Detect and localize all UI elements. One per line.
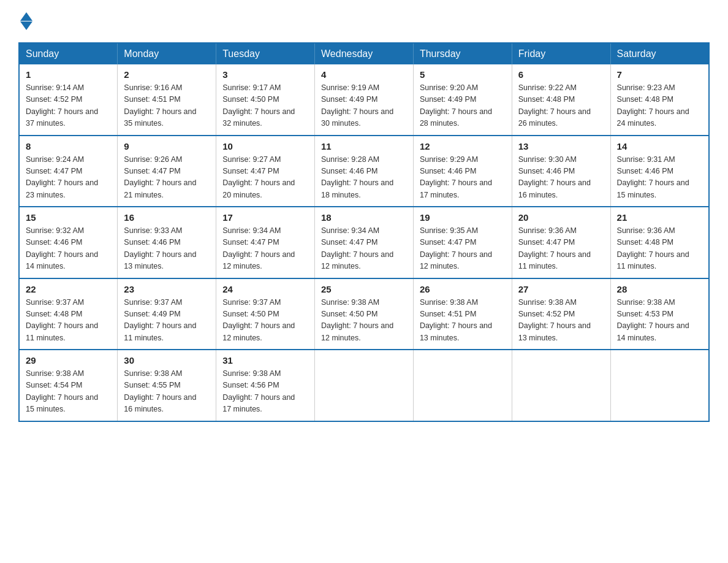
- day-number: 30: [124, 355, 210, 366]
- day-info: Sunrise: 9:16 AMSunset: 4:51 PMDaylight:…: [124, 82, 210, 130]
- day-number: 10: [222, 141, 308, 151]
- weekday-header-row: SundayMondayTuesdayWednesdayThursdayFrid…: [19, 43, 709, 64]
- day-number: 23: [124, 284, 210, 294]
- day-number: 4: [321, 69, 407, 80]
- day-info: Sunrise: 9:17 AMSunset: 4:50 PMDaylight:…: [222, 82, 308, 130]
- calendar-week-row: 1 Sunrise: 9:14 AMSunset: 4:52 PMDayligh…: [19, 64, 709, 136]
- calendar-cell: [315, 350, 414, 421]
- calendar-cell: 11 Sunrise: 9:28 AMSunset: 4:46 PMDaylig…: [315, 136, 414, 207]
- day-info: Sunrise: 9:38 AMSunset: 4:54 PMDaylight:…: [26, 368, 111, 416]
- logo: [18, 12, 32, 30]
- calendar-cell: 20 Sunrise: 9:36 AMSunset: 4:47 PMDaylig…: [512, 207, 610, 278]
- day-info: Sunrise: 9:28 AMSunset: 4:46 PMDaylight:…: [321, 154, 407, 202]
- calendar-cell: 16 Sunrise: 9:33 AMSunset: 4:46 PMDaylig…: [118, 207, 216, 278]
- day-number: 31: [222, 355, 308, 366]
- day-info: Sunrise: 9:37 AMSunset: 4:49 PMDaylight:…: [124, 297, 210, 345]
- day-number: 27: [518, 284, 604, 294]
- day-info: Sunrise: 9:34 AMSunset: 4:47 PMDaylight:…: [222, 225, 308, 273]
- day-info: Sunrise: 9:33 AMSunset: 4:46 PMDaylight:…: [124, 225, 210, 273]
- calendar-week-row: 22 Sunrise: 9:37 AMSunset: 4:48 PMDaylig…: [19, 278, 709, 350]
- day-info: Sunrise: 9:24 AMSunset: 4:47 PMDaylight:…: [26, 154, 111, 202]
- day-info: Sunrise: 9:31 AMSunset: 4:46 PMDaylight:…: [617, 154, 702, 202]
- day-number: 12: [420, 141, 506, 151]
- calendar-cell: 17 Sunrise: 9:34 AMSunset: 4:47 PMDaylig…: [216, 207, 315, 278]
- day-number: 26: [420, 284, 506, 294]
- day-info: Sunrise: 9:38 AMSunset: 4:50 PMDaylight:…: [321, 297, 407, 345]
- day-number: 21: [617, 212, 702, 223]
- day-info: Sunrise: 9:38 AMSunset: 4:51 PMDaylight:…: [420, 297, 506, 345]
- day-info: Sunrise: 9:27 AMSunset: 4:47 PMDaylight:…: [222, 154, 308, 202]
- day-number: 2: [124, 69, 210, 80]
- weekday-header-tuesday: Tuesday: [216, 43, 315, 64]
- day-info: Sunrise: 9:32 AMSunset: 4:46 PMDaylight:…: [26, 225, 111, 273]
- calendar-cell: 3 Sunrise: 9:17 AMSunset: 4:50 PMDayligh…: [216, 64, 315, 136]
- day-number: 19: [420, 212, 506, 223]
- day-number: 5: [420, 69, 506, 80]
- day-number: 29: [26, 355, 111, 366]
- calendar-cell: [512, 350, 610, 421]
- day-info: Sunrise: 9:36 AMSunset: 4:48 PMDaylight:…: [617, 225, 702, 273]
- weekday-header-thursday: Thursday: [413, 43, 512, 64]
- day-info: Sunrise: 9:23 AMSunset: 4:48 PMDaylight:…: [617, 82, 702, 130]
- day-info: Sunrise: 9:26 AMSunset: 4:47 PMDaylight:…: [124, 154, 210, 202]
- calendar-cell: 1 Sunrise: 9:14 AMSunset: 4:52 PMDayligh…: [19, 64, 118, 136]
- calendar-cell: 24 Sunrise: 9:37 AMSunset: 4:50 PMDaylig…: [216, 278, 315, 350]
- calendar-cell: 26 Sunrise: 9:38 AMSunset: 4:51 PMDaylig…: [413, 278, 512, 350]
- calendar-cell: 28 Sunrise: 9:38 AMSunset: 4:53 PMDaylig…: [610, 278, 709, 350]
- day-info: Sunrise: 9:36 AMSunset: 4:47 PMDaylight:…: [518, 225, 604, 273]
- calendar-week-row: 8 Sunrise: 9:24 AMSunset: 4:47 PMDayligh…: [19, 136, 709, 207]
- day-info: Sunrise: 9:38 AMSunset: 4:55 PMDaylight:…: [124, 368, 210, 416]
- calendar-cell: 7 Sunrise: 9:23 AMSunset: 4:48 PMDayligh…: [610, 64, 709, 136]
- calendar-cell: 2 Sunrise: 9:16 AMSunset: 4:51 PMDayligh…: [118, 64, 216, 136]
- calendar-cell: 23 Sunrise: 9:37 AMSunset: 4:49 PMDaylig…: [118, 278, 216, 350]
- day-number: 20: [518, 212, 604, 223]
- day-info: Sunrise: 9:22 AMSunset: 4:48 PMDaylight:…: [518, 82, 604, 130]
- calendar-cell: 31 Sunrise: 9:38 AMSunset: 4:56 PMDaylig…: [216, 350, 315, 421]
- day-info: Sunrise: 9:38 AMSunset: 4:53 PMDaylight:…: [617, 297, 702, 345]
- calendar-week-row: 29 Sunrise: 9:38 AMSunset: 4:54 PMDaylig…: [19, 350, 709, 421]
- day-number: 13: [518, 141, 604, 151]
- day-info: Sunrise: 9:35 AMSunset: 4:47 PMDaylight:…: [420, 225, 506, 273]
- day-number: 3: [222, 69, 308, 80]
- calendar-cell: 14 Sunrise: 9:31 AMSunset: 4:46 PMDaylig…: [610, 136, 709, 207]
- calendar-cell: 27 Sunrise: 9:38 AMSunset: 4:52 PMDaylig…: [512, 278, 610, 350]
- day-info: Sunrise: 9:37 AMSunset: 4:50 PMDaylight:…: [222, 297, 308, 345]
- calendar-table: SundayMondayTuesdayWednesdayThursdayFrid…: [18, 42, 710, 422]
- day-info: Sunrise: 9:29 AMSunset: 4:46 PMDaylight:…: [420, 154, 506, 202]
- weekday-header-wednesday: Wednesday: [315, 43, 414, 64]
- day-info: Sunrise: 9:38 AMSunset: 4:52 PMDaylight:…: [518, 297, 604, 345]
- weekday-header-monday: Monday: [118, 43, 216, 64]
- day-number: 16: [124, 212, 210, 223]
- day-number: 15: [26, 212, 111, 223]
- day-info: Sunrise: 9:37 AMSunset: 4:48 PMDaylight:…: [26, 297, 111, 345]
- calendar-week-row: 15 Sunrise: 9:32 AMSunset: 4:46 PMDaylig…: [19, 207, 709, 278]
- day-number: 22: [26, 284, 111, 294]
- day-number: 1: [26, 69, 111, 80]
- calendar-cell: [413, 350, 512, 421]
- calendar-cell: 15 Sunrise: 9:32 AMSunset: 4:46 PMDaylig…: [19, 207, 118, 278]
- calendar-cell: [610, 350, 709, 421]
- day-number: 9: [124, 141, 210, 151]
- logo-icon: [18, 12, 32, 30]
- calendar-cell: 10 Sunrise: 9:27 AMSunset: 4:47 PMDaylig…: [216, 136, 315, 207]
- day-info: Sunrise: 9:20 AMSunset: 4:49 PMDaylight:…: [420, 82, 506, 130]
- calendar-cell: 19 Sunrise: 9:35 AMSunset: 4:47 PMDaylig…: [413, 207, 512, 278]
- day-info: Sunrise: 9:38 AMSunset: 4:56 PMDaylight:…: [222, 368, 308, 416]
- calendar-cell: 5 Sunrise: 9:20 AMSunset: 4:49 PMDayligh…: [413, 64, 512, 136]
- day-number: 28: [617, 284, 702, 294]
- calendar-cell: 13 Sunrise: 9:30 AMSunset: 4:46 PMDaylig…: [512, 136, 610, 207]
- calendar-cell: 9 Sunrise: 9:26 AMSunset: 4:47 PMDayligh…: [118, 136, 216, 207]
- calendar-cell: 8 Sunrise: 9:24 AMSunset: 4:47 PMDayligh…: [19, 136, 118, 207]
- weekday-header-saturday: Saturday: [610, 43, 709, 64]
- weekday-header-sunday: Sunday: [19, 43, 118, 64]
- page-header: [18, 12, 710, 30]
- day-number: 6: [518, 69, 604, 80]
- calendar-cell: 4 Sunrise: 9:19 AMSunset: 4:49 PMDayligh…: [315, 64, 414, 136]
- calendar-cell: 18 Sunrise: 9:34 AMSunset: 4:47 PMDaylig…: [315, 207, 414, 278]
- day-number: 17: [222, 212, 308, 223]
- day-info: Sunrise: 9:34 AMSunset: 4:47 PMDaylight:…: [321, 225, 407, 273]
- day-number: 7: [617, 69, 702, 80]
- calendar-cell: 29 Sunrise: 9:38 AMSunset: 4:54 PMDaylig…: [19, 350, 118, 421]
- calendar-cell: 30 Sunrise: 9:38 AMSunset: 4:55 PMDaylig…: [118, 350, 216, 421]
- weekday-header-friday: Friday: [512, 43, 610, 64]
